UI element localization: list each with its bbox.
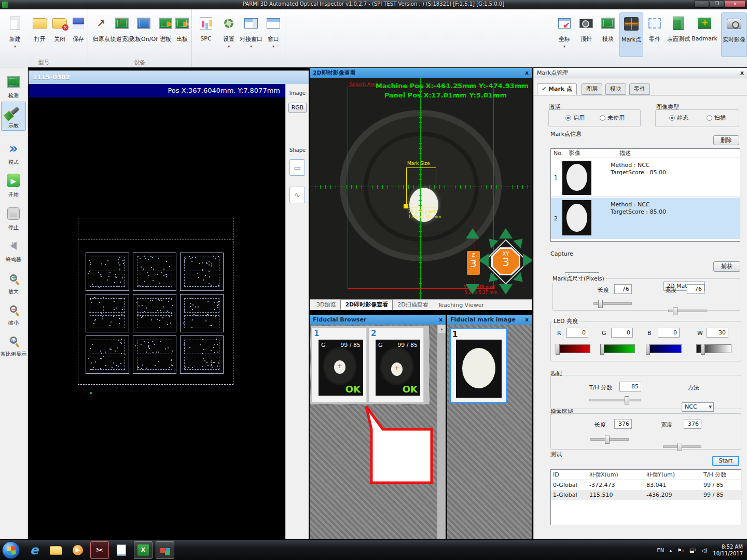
- mark-point-button[interactable]: Mark点: [619, 12, 643, 57]
- tab-teaching-viewer[interactable]: Teaching Viewer: [433, 300, 489, 310]
- mark-list-row[interactable]: 1 Method : NCC TargetScore : 85.00: [551, 159, 740, 197]
- taskbar-mfc-app-icon[interactable]: [156, 541, 174, 559]
- led-w-slider[interactable]: [696, 344, 731, 353]
- radio-unused[interactable]: 未使用: [600, 114, 625, 122]
- minimize-button[interactable]: –: [695, 0, 709, 8]
- led-r-slider[interactable]: [556, 344, 590, 353]
- radio-static[interactable]: 静态: [669, 114, 688, 122]
- close-icon[interactable]: x: [439, 315, 442, 325]
- delete-button[interactable]: 删除: [713, 135, 739, 145]
- tab-2d-scan[interactable]: 2D扫描查看: [393, 299, 433, 310]
- z-down-arrow[interactable]: [466, 284, 479, 295]
- window-button[interactable]: 窗口 ▾: [261, 12, 285, 57]
- sidebar-item-ratio[interactable]: 常比例显示: [1, 330, 26, 359]
- tab-2d-live[interactable]: 2D即时影像查看: [340, 299, 393, 310]
- radio-scan[interactable]: 扫描: [707, 114, 726, 122]
- search-length-slider[interactable]: [590, 436, 629, 443]
- close-icon[interactable]: x: [740, 68, 744, 78]
- language-indicator[interactable]: EN: [657, 548, 665, 553]
- live-image-button[interactable]: 实时影像: [721, 12, 747, 57]
- tab-layer[interactable]: 图层: [582, 83, 602, 95]
- taskbar-explorer-icon[interactable]: [47, 541, 65, 559]
- volume-icon[interactable]: ◁): [701, 548, 708, 553]
- led-b-input[interactable]: 0: [658, 328, 680, 338]
- rail-width-button[interactable]: ↕ 轨道宽度: [110, 12, 134, 57]
- taskbar-excel-icon[interactable]: X: [134, 541, 153, 559]
- length-slider[interactable]: [593, 300, 632, 307]
- search-width-input[interactable]: 376: [684, 419, 701, 429]
- start-button[interactable]: Start: [712, 456, 739, 466]
- shape-rect-tool-button[interactable]: ▭: [289, 159, 305, 176]
- barcode-button[interactable]: [693, 12, 714, 57]
- viewer-2d-canvas[interactable]: Search Area Machine Pos X:-461.25mm Y:-4…: [310, 78, 532, 299]
- xy-up-arrow[interactable]: [499, 228, 513, 239]
- search-length-input[interactable]: 376: [614, 419, 632, 429]
- z-up-arrow[interactable]: [466, 228, 479, 239]
- dock-window-button[interactable]: 对接窗口 ▾: [238, 12, 265, 57]
- start-button-orb[interactable]: [2, 541, 20, 559]
- sidebar-item-buzzer[interactable]: 蜂鸣器: [1, 235, 26, 264]
- th-score-slider[interactable]: [589, 396, 641, 403]
- sidebar-item-zoom-out[interactable]: 缩小: [1, 299, 26, 328]
- surface-test-button[interactable]: 表面测试: [665, 12, 692, 57]
- scrollbar-up-arrow[interactable]: ▴: [438, 325, 446, 333]
- led-b-slider[interactable]: [646, 344, 682, 353]
- xy-jog-button[interactable]: XY 3: [493, 249, 519, 274]
- clock[interactable]: 8:52 AM 10/11/2017: [713, 543, 743, 557]
- mark-size-handle[interactable]: [404, 204, 408, 208]
- tray-expand-icon[interactable]: ▴: [669, 548, 672, 553]
- new-button[interactable]: 新建 ▾: [3, 12, 27, 57]
- xy-up-right-arrow[interactable]: [513, 235, 527, 248]
- radio-enable[interactable]: 启用: [565, 114, 585, 122]
- scrollbar[interactable]: ▴: [437, 325, 446, 539]
- taskbar-notepad-icon[interactable]: [112, 541, 131, 559]
- xy-left-arrow[interactable]: [478, 254, 489, 267]
- length-input[interactable]: 76: [614, 284, 632, 294]
- sidebar-item-mode[interactable]: » 模式: [1, 138, 26, 167]
- action-center-flag-icon[interactable]: ⚑x: [677, 548, 684, 553]
- width-input[interactable]: 76: [687, 284, 704, 294]
- search-width-slider[interactable]: [663, 443, 701, 450]
- support-pin-button[interactable]: 顶针: [576, 12, 597, 57]
- led-g-slider[interactable]: [601, 344, 635, 353]
- mark-list-row-selected[interactable]: 2 Method : NCC TargetScore : 85.00: [551, 198, 740, 239]
- fiducial-card[interactable]: 1 + G 99 / 85 OK: [312, 328, 367, 402]
- result-row[interactable]: 1-Global 115.510 -436.209 99 / 85: [551, 490, 741, 500]
- pcb-canvas[interactable]: [29, 97, 285, 539]
- close-icon[interactable]: x: [525, 68, 529, 78]
- fiducial-card[interactable]: 2 + G 99 / 85 OK: [369, 328, 424, 402]
- sidebar-item-teach[interactable]: 示教: [1, 102, 26, 131]
- sidebar-item-stop[interactable]: 停止: [1, 203, 26, 232]
- fiducial-mark-card[interactable]: 1: [449, 328, 507, 403]
- board-out-button[interactable]: ▶ 出板: [170, 12, 194, 57]
- close-button[interactable]: x: [725, 0, 745, 8]
- sidebar-item-inspect[interactable]: 检测: [1, 72, 26, 101]
- spc-button[interactable]: SPC: [194, 12, 218, 57]
- save-button[interactable]: 保存: [66, 12, 90, 57]
- part-button[interactable]: 零件: [644, 12, 665, 57]
- taskbar-media-player-icon[interactable]: ▶: [68, 541, 87, 559]
- led-r-input[interactable]: 0: [566, 328, 588, 338]
- sidebar-item-zoom-in[interactable]: 放大: [1, 268, 26, 297]
- mark-list[interactable]: No. 影像 描述 1 Method : NCC TargetScore : 8…: [550, 148, 740, 242]
- taskbar-snipping-tool-icon[interactable]: ✂: [90, 541, 109, 559]
- th-score-input[interactable]: 85: [619, 382, 641, 391]
- tab-module[interactable]: 模块: [605, 83, 626, 95]
- width-slider[interactable]: [668, 307, 707, 314]
- method-select[interactable]: NCC: [682, 402, 714, 412]
- sidebar-item-start[interactable]: ▶ 开始: [1, 170, 26, 199]
- mark-size-rect[interactable]: [406, 167, 436, 207]
- tab-3d-preview[interactable]: 3D预览: [312, 299, 340, 310]
- xy-right-arrow[interactable]: [523, 254, 532, 267]
- restore-button[interactable]: ❐: [710, 0, 724, 8]
- module-button[interactable]: 模块: [598, 12, 618, 57]
- results-table[interactable]: ID 补偿X(um) 补偿Y(um) T/H 分数 0-Global -372.…: [550, 469, 741, 525]
- led-g-input[interactable]: 0: [611, 328, 633, 338]
- taskbar-ie-icon[interactable]: e: [25, 541, 44, 559]
- xy-down-arrow[interactable]: [499, 284, 513, 295]
- led-w-input[interactable]: 30: [707, 328, 728, 338]
- tab-mark-point[interactable]: ✔ Mark 点: [537, 83, 577, 95]
- shape-free-tool-button[interactable]: ∿: [289, 187, 305, 203]
- result-row[interactable]: 0-Global -372.473 83.041 99 / 85: [551, 480, 741, 491]
- capture-button[interactable]: 捕获: [713, 261, 740, 272]
